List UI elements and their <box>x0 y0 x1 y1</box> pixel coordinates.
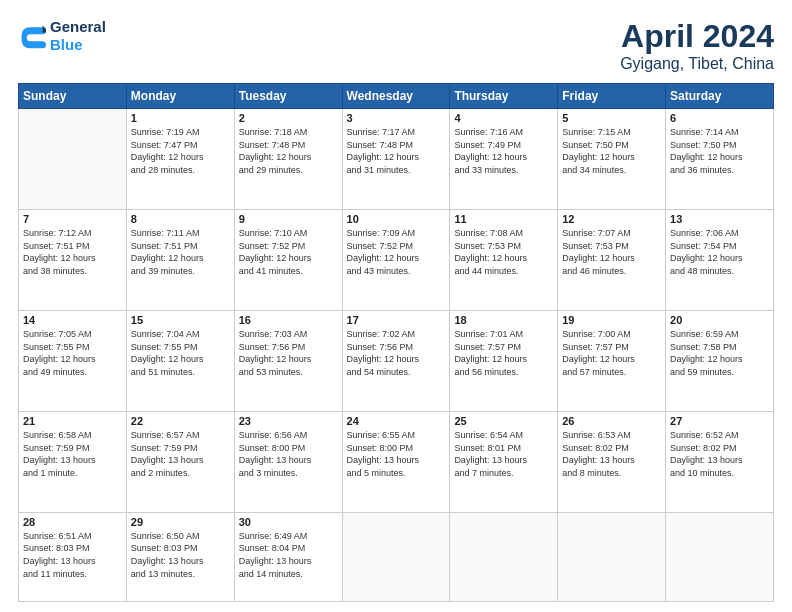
day-number: 12 <box>562 213 661 225</box>
day-info: Sunrise: 6:54 AM Sunset: 8:01 PM Dayligh… <box>454 429 553 479</box>
day-info: Sunrise: 7:02 AM Sunset: 7:56 PM Dayligh… <box>347 328 446 378</box>
day-info: Sunrise: 7:10 AM Sunset: 7:52 PM Dayligh… <box>239 227 338 277</box>
calendar-cell: 14Sunrise: 7:05 AM Sunset: 7:55 PM Dayli… <box>19 310 127 411</box>
calendar-cell <box>19 109 127 210</box>
calendar-week-row: 28Sunrise: 6:51 AM Sunset: 8:03 PM Dayli… <box>19 512 774 601</box>
col-header-thursday: Thursday <box>450 84 558 109</box>
day-info: Sunrise: 7:14 AM Sunset: 7:50 PM Dayligh… <box>670 126 769 176</box>
calendar-cell: 2Sunrise: 7:18 AM Sunset: 7:48 PM Daylig… <box>234 109 342 210</box>
day-number: 21 <box>23 415 122 427</box>
day-number: 28 <box>23 516 122 528</box>
day-number: 9 <box>239 213 338 225</box>
day-info: Sunrise: 6:52 AM Sunset: 8:02 PM Dayligh… <box>670 429 769 479</box>
calendar-subtitle: Gyigang, Tibet, China <box>620 55 774 73</box>
calendar-cell: 1Sunrise: 7:19 AM Sunset: 7:47 PM Daylig… <box>126 109 234 210</box>
calendar-cell: 27Sunrise: 6:52 AM Sunset: 8:02 PM Dayli… <box>666 411 774 512</box>
day-info: Sunrise: 6:51 AM Sunset: 8:03 PM Dayligh… <box>23 530 122 580</box>
page: General Blue April 2024 Gyigang, Tibet, … <box>0 0 792 612</box>
calendar-week-row: 1Sunrise: 7:19 AM Sunset: 7:47 PM Daylig… <box>19 109 774 210</box>
logo: General Blue <box>18 18 106 54</box>
day-number: 3 <box>347 112 446 124</box>
day-number: 7 <box>23 213 122 225</box>
day-info: Sunrise: 6:59 AM Sunset: 7:58 PM Dayligh… <box>670 328 769 378</box>
calendar-cell: 8Sunrise: 7:11 AM Sunset: 7:51 PM Daylig… <box>126 209 234 310</box>
day-number: 8 <box>131 213 230 225</box>
calendar-header-row: SundayMondayTuesdayWednesdayThursdayFrid… <box>19 84 774 109</box>
calendar-title: April 2024 <box>620 18 774 55</box>
day-info: Sunrise: 7:11 AM Sunset: 7:51 PM Dayligh… <box>131 227 230 277</box>
calendar-cell: 11Sunrise: 7:08 AM Sunset: 7:53 PM Dayli… <box>450 209 558 310</box>
day-info: Sunrise: 6:53 AM Sunset: 8:02 PM Dayligh… <box>562 429 661 479</box>
title-block: April 2024 Gyigang, Tibet, China <box>620 18 774 73</box>
calendar-body: 1Sunrise: 7:19 AM Sunset: 7:47 PM Daylig… <box>19 109 774 602</box>
logo-blue: Blue <box>50 36 106 54</box>
day-number: 24 <box>347 415 446 427</box>
day-number: 14 <box>23 314 122 326</box>
logo-icon <box>18 22 46 50</box>
calendar-cell <box>450 512 558 601</box>
calendar-cell: 9Sunrise: 7:10 AM Sunset: 7:52 PM Daylig… <box>234 209 342 310</box>
day-number: 19 <box>562 314 661 326</box>
day-info: Sunrise: 7:09 AM Sunset: 7:52 PM Dayligh… <box>347 227 446 277</box>
calendar-cell: 16Sunrise: 7:03 AM Sunset: 7:56 PM Dayli… <box>234 310 342 411</box>
day-info: Sunrise: 7:15 AM Sunset: 7:50 PM Dayligh… <box>562 126 661 176</box>
calendar-cell: 19Sunrise: 7:00 AM Sunset: 7:57 PM Dayli… <box>558 310 666 411</box>
calendar-cell: 6Sunrise: 7:14 AM Sunset: 7:50 PM Daylig… <box>666 109 774 210</box>
day-info: Sunrise: 6:50 AM Sunset: 8:03 PM Dayligh… <box>131 530 230 580</box>
col-header-sunday: Sunday <box>19 84 127 109</box>
day-info: Sunrise: 7:19 AM Sunset: 7:47 PM Dayligh… <box>131 126 230 176</box>
header: General Blue April 2024 Gyigang, Tibet, … <box>18 18 774 73</box>
day-info: Sunrise: 7:00 AM Sunset: 7:57 PM Dayligh… <box>562 328 661 378</box>
day-number: 25 <box>454 415 553 427</box>
col-header-wednesday: Wednesday <box>342 84 450 109</box>
day-number: 20 <box>670 314 769 326</box>
day-info: Sunrise: 7:01 AM Sunset: 7:57 PM Dayligh… <box>454 328 553 378</box>
day-info: Sunrise: 7:16 AM Sunset: 7:49 PM Dayligh… <box>454 126 553 176</box>
col-header-monday: Monday <box>126 84 234 109</box>
day-number: 5 <box>562 112 661 124</box>
calendar-cell: 26Sunrise: 6:53 AM Sunset: 8:02 PM Dayli… <box>558 411 666 512</box>
day-info: Sunrise: 7:06 AM Sunset: 7:54 PM Dayligh… <box>670 227 769 277</box>
calendar-cell: 17Sunrise: 7:02 AM Sunset: 7:56 PM Dayli… <box>342 310 450 411</box>
day-number: 11 <box>454 213 553 225</box>
day-info: Sunrise: 7:07 AM Sunset: 7:53 PM Dayligh… <box>562 227 661 277</box>
day-number: 30 <box>239 516 338 528</box>
col-header-saturday: Saturday <box>666 84 774 109</box>
day-info: Sunrise: 6:56 AM Sunset: 8:00 PM Dayligh… <box>239 429 338 479</box>
day-info: Sunrise: 6:58 AM Sunset: 7:59 PM Dayligh… <box>23 429 122 479</box>
calendar-table: SundayMondayTuesdayWednesdayThursdayFrid… <box>18 83 774 602</box>
calendar-cell <box>666 512 774 601</box>
day-info: Sunrise: 7:12 AM Sunset: 7:51 PM Dayligh… <box>23 227 122 277</box>
day-info: Sunrise: 7:17 AM Sunset: 7:48 PM Dayligh… <box>347 126 446 176</box>
calendar-week-row: 21Sunrise: 6:58 AM Sunset: 7:59 PM Dayli… <box>19 411 774 512</box>
day-number: 26 <box>562 415 661 427</box>
calendar-cell: 10Sunrise: 7:09 AM Sunset: 7:52 PM Dayli… <box>342 209 450 310</box>
day-number: 27 <box>670 415 769 427</box>
calendar-cell: 22Sunrise: 6:57 AM Sunset: 7:59 PM Dayli… <box>126 411 234 512</box>
calendar-week-row: 7Sunrise: 7:12 AM Sunset: 7:51 PM Daylig… <box>19 209 774 310</box>
day-number: 17 <box>347 314 446 326</box>
calendar-cell: 29Sunrise: 6:50 AM Sunset: 8:03 PM Dayli… <box>126 512 234 601</box>
calendar-cell: 24Sunrise: 6:55 AM Sunset: 8:00 PM Dayli… <box>342 411 450 512</box>
calendar-cell <box>342 512 450 601</box>
calendar-cell: 5Sunrise: 7:15 AM Sunset: 7:50 PM Daylig… <box>558 109 666 210</box>
day-number: 23 <box>239 415 338 427</box>
calendar-cell: 4Sunrise: 7:16 AM Sunset: 7:49 PM Daylig… <box>450 109 558 210</box>
day-info: Sunrise: 6:55 AM Sunset: 8:00 PM Dayligh… <box>347 429 446 479</box>
calendar-cell <box>558 512 666 601</box>
day-info: Sunrise: 7:08 AM Sunset: 7:53 PM Dayligh… <box>454 227 553 277</box>
day-number: 18 <box>454 314 553 326</box>
day-info: Sunrise: 7:18 AM Sunset: 7:48 PM Dayligh… <box>239 126 338 176</box>
day-info: Sunrise: 7:05 AM Sunset: 7:55 PM Dayligh… <box>23 328 122 378</box>
calendar-cell: 3Sunrise: 7:17 AM Sunset: 7:48 PM Daylig… <box>342 109 450 210</box>
calendar-cell: 7Sunrise: 7:12 AM Sunset: 7:51 PM Daylig… <box>19 209 127 310</box>
logo-general: General <box>50 18 106 36</box>
calendar-week-row: 14Sunrise: 7:05 AM Sunset: 7:55 PM Dayli… <box>19 310 774 411</box>
calendar-cell: 28Sunrise: 6:51 AM Sunset: 8:03 PM Dayli… <box>19 512 127 601</box>
col-header-friday: Friday <box>558 84 666 109</box>
day-number: 1 <box>131 112 230 124</box>
calendar-cell: 18Sunrise: 7:01 AM Sunset: 7:57 PM Dayli… <box>450 310 558 411</box>
day-number: 16 <box>239 314 338 326</box>
calendar-cell: 21Sunrise: 6:58 AM Sunset: 7:59 PM Dayli… <box>19 411 127 512</box>
col-header-tuesday: Tuesday <box>234 84 342 109</box>
